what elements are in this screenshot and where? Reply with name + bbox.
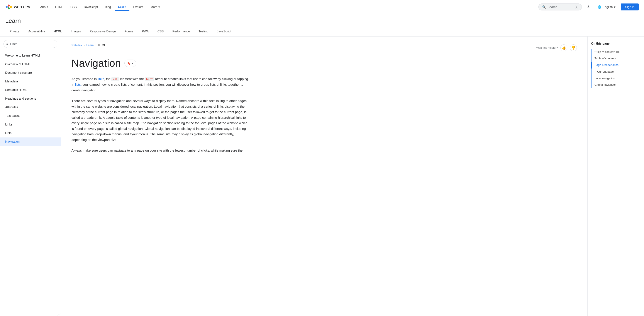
page-title: Navigation: [72, 57, 121, 69]
content-paragraph-2: There are several types of navigation an…: [72, 98, 250, 143]
sidebar-collapse-button[interactable]: ‹: [57, 314, 61, 316]
nav-blog[interactable]: Blog: [102, 3, 114, 10]
sidebar-item-overview[interactable]: Overview of HTML: [0, 60, 61, 69]
link-lists[interactable]: lists: [75, 83, 81, 86]
sign-in-button[interactable]: Sign in: [621, 3, 639, 10]
thumbs-up-icon: 👍: [562, 46, 566, 50]
breadcrumb-row: web.dev › Learn › HTML Was this helpful?…: [72, 43, 577, 52]
nav-links: About HTML CSS JavaScript Blog Learn Exp…: [37, 3, 538, 11]
breadcrumb-sep-2: ›: [96, 44, 96, 47]
thumbs-down-icon: 👎: [571, 46, 576, 50]
right-toc: On this page "Skip to content" link Tabl…: [587, 36, 644, 316]
logo[interactable]: web.dev: [5, 3, 30, 10]
filter-icon: ≡: [6, 42, 8, 46]
svg-point-0: [6, 6, 8, 8]
toc-title: On this page: [591, 42, 640, 45]
tabs-bar: Privacy Accessibility HTML Images Respon…: [5, 27, 639, 36]
sidebar-item-welcome[interactable]: Welcome to Learn HTML!: [0, 51, 61, 60]
svg-point-1: [8, 4, 10, 6]
tab-privacy[interactable]: Privacy: [5, 27, 24, 36]
tab-accessibility[interactable]: Accessibility: [24, 27, 49, 36]
toc-table-of-contents[interactable]: Table of contents: [592, 55, 640, 62]
language-label: English: [602, 5, 613, 9]
sidebar-item-semantic-html[interactable]: Semantic HTML: [0, 86, 61, 94]
sidebar-item-text-basics[interactable]: Text basics: [0, 112, 61, 120]
nav-explore[interactable]: Explore: [130, 3, 146, 10]
breadcrumb: web.dev › Learn › HTML: [72, 43, 106, 47]
filter-placeholder: Filter: [10, 42, 17, 46]
helpful-text: Was this helpful?: [536, 46, 558, 49]
tab-javascript[interactable]: JavaScript: [213, 27, 236, 36]
tab-responsive-design[interactable]: Responsive Design: [85, 27, 120, 36]
svg-point-3: [8, 7, 10, 9]
toc-skip-to-content[interactable]: "Skip to content" link: [592, 49, 640, 55]
toc-global-navigation[interactable]: Global navigation: [592, 82, 640, 88]
svg-point-2: [10, 6, 12, 8]
bookmark-dropdown-icon: ▾: [132, 62, 133, 65]
breadcrumb-sep-1: ›: [84, 44, 84, 47]
breadcrumb-home[interactable]: web.dev: [72, 43, 82, 47]
tab-performance[interactable]: Performance: [168, 27, 194, 36]
toc-page-breadcrumbs[interactable]: Page breadcrumbs: [592, 62, 640, 68]
search-text: Search: [548, 5, 557, 9]
nav-about[interactable]: About: [37, 3, 52, 10]
tab-forms[interactable]: Forms: [120, 27, 138, 36]
nav-learn[interactable]: Learn: [115, 3, 129, 11]
nav-javascript[interactable]: JavaScript: [80, 3, 101, 10]
nav-more[interactable]: More ▾: [148, 3, 163, 10]
language-button[interactable]: 🌐 English ▾: [595, 4, 618, 10]
content-paragraph-1: As you learned in links, the <a> element…: [72, 76, 250, 93]
search-shortcut: /: [575, 5, 578, 9]
sidebar-item-links[interactable]: Links: [0, 120, 61, 129]
thumbs-up-button[interactable]: 👍: [560, 44, 567, 51]
sidebar-item-headings[interactable]: Headings and sections: [0, 94, 61, 103]
globe-icon: 🌐: [598, 5, 601, 9]
learn-header: Learn Privacy Accessibility HTML Images …: [0, 14, 644, 36]
tab-html[interactable]: HTML: [49, 27, 66, 36]
search-bar[interactable]: 🔍 Search /: [538, 3, 582, 10]
theme-toggle-button[interactable]: ☀: [584, 3, 592, 11]
main-content: web.dev › Learn › HTML Was this helpful?…: [61, 36, 587, 316]
filter-bar[interactable]: ≡ Filter: [4, 40, 57, 48]
sidebar-item-metadata[interactable]: Metadata: [0, 77, 61, 86]
main-layout: ≡ Filter Welcome to Learn HTML! Overview…: [0, 36, 644, 316]
learn-title: Learn: [5, 17, 639, 24]
top-navigation: web.dev About HTML CSS JavaScript Blog L…: [0, 0, 644, 14]
toc-current-page[interactable]: Current page: [592, 68, 640, 75]
nav-css[interactable]: CSS: [67, 3, 80, 10]
tab-css[interactable]: CSS: [153, 27, 168, 36]
helpful-bar: Was this helpful? 👍 👎: [536, 44, 577, 51]
sidebar-item-attributes[interactable]: Attributes: [0, 103, 61, 112]
code-href: href: [145, 77, 154, 81]
sidebar-item-lists[interactable]: Lists: [0, 129, 61, 138]
logo-text: web.dev: [14, 4, 30, 9]
page-title-area: Navigation 🔖 ▾: [72, 57, 577, 69]
toc-local-navigation[interactable]: Local navigation: [592, 75, 640, 82]
bookmark-icon: 🔖: [127, 62, 131, 65]
sidebar-item-navigation[interactable]: Navigation: [0, 138, 61, 146]
search-icon: 🔍: [542, 5, 546, 9]
logo-icon: [5, 3, 12, 10]
breadcrumb-section[interactable]: Learn: [86, 43, 94, 47]
chevron-down-icon: ▾: [614, 5, 616, 9]
bookmark-button[interactable]: 🔖 ▾: [124, 60, 136, 67]
tab-images[interactable]: Images: [66, 27, 85, 36]
breadcrumb-current: HTML: [98, 43, 106, 47]
left-sidebar: ≡ Filter Welcome to Learn HTML! Overview…: [0, 36, 61, 316]
tab-testing[interactable]: Testing: [194, 27, 213, 36]
nav-html[interactable]: HTML: [52, 3, 66, 10]
content-paragraph-3: Always make sure users can navigate to a…: [72, 148, 250, 153]
code-a-tag: <a>: [111, 77, 119, 81]
sidebar-item-document-structure[interactable]: Document structure: [0, 68, 61, 77]
tab-pwa[interactable]: PWA: [138, 27, 153, 36]
link-links[interactable]: links: [98, 77, 104, 81]
nav-right: 🔍 Search / ☀ 🌐 English ▾ Sign in: [538, 3, 639, 11]
thumbs-down-button[interactable]: 👎: [570, 44, 577, 51]
chevron-down-icon: ▾: [158, 5, 160, 9]
